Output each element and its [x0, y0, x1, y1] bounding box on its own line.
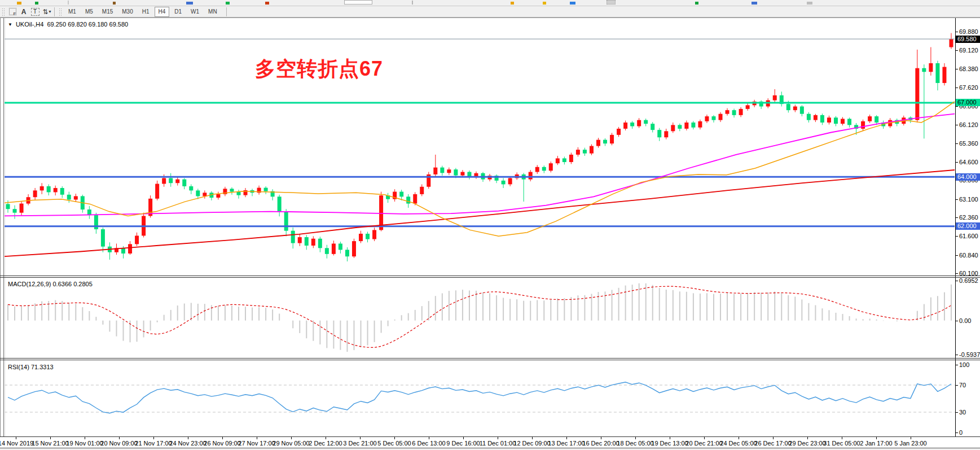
toolbar-fragment	[807, 2, 812, 5]
rsi-tick-label: 100	[959, 361, 969, 368]
time-axis-tick	[50, 437, 51, 439]
time-axis-label: 11 Dec 01:00	[480, 440, 516, 447]
time-axis-tick	[291, 437, 292, 439]
timeframe-button-h4[interactable]: H4	[155, 7, 170, 17]
moving-averages-layer	[5, 102, 955, 256]
axis-tick	[955, 255, 958, 256]
time-axis-tick	[222, 437, 223, 439]
axis-tick	[955, 385, 958, 386]
timeframe-button-m5[interactable]: M5	[81, 7, 97, 17]
axis-tick	[955, 273, 958, 274]
rsi-line	[8, 382, 951, 413]
toolbar-fragment	[511, 2, 514, 5]
time-axis-label: 19 Nov 01:00	[66, 440, 103, 447]
macd-tick-label: 0.6952	[959, 277, 978, 284]
main-chart-canvas[interactable]	[0, 18, 980, 448]
timeframe-button-h1[interactable]: H1	[138, 7, 153, 17]
rsi-tick-label: 70	[959, 382, 966, 388]
time-axis-label: 3 Dec 21:00	[343, 440, 376, 447]
toolbar-separator	[226, 7, 227, 16]
price-badge-level-62: 62.000	[956, 222, 980, 230]
axis-tick	[955, 412, 958, 413]
time-axis-tick	[532, 437, 533, 439]
symbol-period-label: UKOil-,H4	[16, 21, 44, 28]
macd-indicator-label: MACD(12,26,9) 0.6366 0.2805	[8, 281, 93, 287]
timeframe-button-m30[interactable]: M30	[118, 7, 137, 17]
pane-splitter[interactable]	[0, 358, 980, 359]
time-axis-label: 29 Nov 05:00	[273, 440, 309, 447]
timeframe-button-mn[interactable]: MN	[204, 7, 221, 17]
toolbar-fragment	[17, 2, 21, 5]
axis-tick	[955, 32, 958, 32]
time-axis-label: 16 Dec 20:00	[582, 440, 619, 447]
time-axis-tick	[670, 437, 670, 439]
toolbar-fragment	[35, 2, 38, 5]
chart-shift-icon[interactable]: F	[7, 7, 18, 16]
time-axis-label: 6 Dec 13:00	[412, 440, 445, 447]
toolbar-separator	[54, 7, 55, 16]
time-axis-tick	[635, 437, 636, 439]
symbol-dropdown-icon[interactable]: ▼	[8, 22, 12, 27]
time-axis-tick	[566, 437, 567, 439]
horizontal-lines-layer	[5, 39, 955, 226]
chart-text-annotation[interactable]: 多空转折点67	[255, 55, 383, 83]
window-bottom-edge	[0, 448, 980, 450]
time-axis-tick	[911, 437, 911, 439]
time-axis-tick	[153, 437, 154, 439]
toolbar-fragment	[412, 1, 413, 5]
time-axis[interactable]: 14 Nov 201915 Nov 21:0019 Nov 01:0020 No…	[0, 437, 980, 448]
price-tick-label: 60.840	[959, 252, 978, 259]
rsi-indicator-label: RSI(14) 71.3313	[8, 364, 54, 370]
time-axis-tick	[257, 437, 257, 439]
time-axis-tick	[360, 437, 361, 439]
time-axis-tick	[394, 437, 395, 439]
chart-toolbar: F A T ⇅▾ M1M5M15M30H1H4D1W1MN	[0, 6, 980, 18]
price-tick-label: 62.360	[959, 214, 978, 221]
timeframe-toolbar-drag-handle[interactable]	[59, 8, 62, 16]
timeframe-button-m1[interactable]: M1	[64, 7, 80, 17]
time-axis-label: 24 Nov 23:00	[169, 440, 206, 447]
time-axis-label: 26 Dec 17:00	[754, 440, 791, 447]
time-axis-label: 2 Jan 17:00	[860, 440, 893, 447]
timeframe-button-d1[interactable]: D1	[170, 7, 186, 17]
axis-tick	[955, 143, 958, 144]
toolbar-fragment	[344, 0, 372, 5]
price-tick-label: 64.600	[959, 159, 978, 165]
ohlc-values-label: 69.250 69.820 69.180 69.580	[47, 21, 128, 28]
font-a-icon[interactable]: A	[18, 7, 29, 16]
time-axis-tick	[326, 437, 326, 439]
time-axis-label: 13 Dec 17:00	[548, 440, 585, 447]
time-axis-label: 5 Jan 23:00	[894, 440, 927, 447]
axis-tick	[955, 355, 958, 355]
chart-window: ▼ UKOil-,H4 69.250 69.820 69.180 69.580 …	[0, 18, 980, 448]
time-axis-label: 24 Dec 05:00	[720, 440, 757, 447]
arrange-arrows-icon[interactable]: ⇅▾	[41, 7, 52, 16]
timeframe-button-group: M1M5M15M30H1H4D1W1MN	[64, 7, 222, 17]
time-axis-label: 9 Dec 16:00	[446, 440, 480, 447]
toolbar-fragment	[226, 2, 230, 5]
axis-tick	[955, 69, 958, 69]
axis-tick	[955, 236, 958, 237]
time-axis-label: 20 Nov 09:00	[100, 440, 137, 447]
axis-tick	[955, 365, 958, 365]
time-axis-label: 15 Nov 21:00	[32, 440, 68, 447]
pane-splitter[interactable]	[0, 276, 980, 276]
time-axis-label: 5 Dec 05:00	[377, 440, 411, 447]
macd-tick-label: -0.5937	[959, 351, 980, 358]
price-tick-label: 65.360	[959, 140, 978, 147]
text-label-icon[interactable]: T	[29, 7, 41, 16]
time-axis-label: 31 Dec 05:00	[823, 440, 860, 447]
toolbar-fragment	[68, 1, 69, 5]
toolbar-fragment	[752, 2, 757, 5]
timeframe-button-m15[interactable]: M15	[98, 7, 117, 17]
toolbar-drag-handle[interactable]	[2, 8, 5, 16]
timeframe-button-w1[interactable]: W1	[187, 7, 203, 17]
time-axis-tick	[704, 437, 705, 439]
dropdown-caret-icon[interactable]: ▾	[49, 9, 50, 14]
time-axis-tick	[498, 437, 498, 439]
axis-tick	[955, 217, 958, 218]
time-axis-tick	[876, 437, 877, 439]
price-badge-level-67: 67.000	[956, 99, 980, 106]
price-tick-label: 67.620	[959, 84, 978, 91]
axis-tick	[955, 88, 958, 88]
